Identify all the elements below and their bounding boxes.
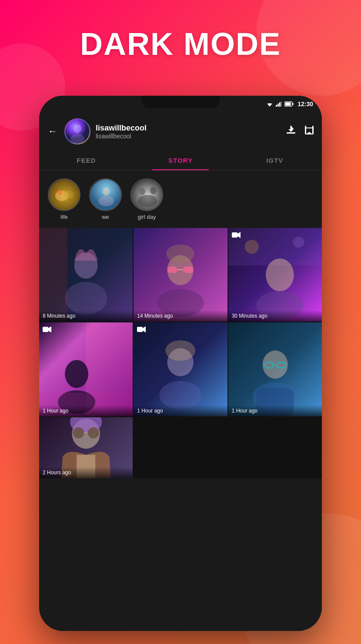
media-image-5 <box>134 322 227 416</box>
svg-rect-7 <box>285 103 291 106</box>
svg-point-29 <box>138 195 157 207</box>
story-item-life[interactable]: life <box>48 178 80 220</box>
time-label-6: 1 Hour ago <box>228 405 322 416</box>
svg-point-65 <box>262 351 287 379</box>
video-camera-svg-3 <box>232 231 241 238</box>
story-image-girl-day <box>131 179 163 211</box>
media-cell-5[interactable]: 1 Hour ago <box>134 322 227 416</box>
media-image-1 <box>39 228 133 322</box>
avatar-inner <box>65 119 90 144</box>
svg-rect-5 <box>281 101 282 107</box>
status-time: 12:30 <box>297 101 313 107</box>
story-label-we: we <box>102 214 109 220</box>
time-label-4: 1 Hour ago <box>39 405 133 416</box>
profile-name: lisawillbecool <box>96 124 280 133</box>
video-camera-svg-5 <box>137 326 146 333</box>
story-image-we <box>90 179 122 211</box>
time-label-7: 2 Hours ago <box>39 467 133 478</box>
story-circle-we <box>89 178 122 211</box>
phone-notch <box>141 96 220 108</box>
status-icons <box>266 101 294 107</box>
story-image-life <box>49 179 80 211</box>
media-cell-2[interactable]: 14 Minutes ago <box>134 228 227 322</box>
media-grid: 8 Minutes ago <box>39 228 322 478</box>
story-circles-row: life <box>39 171 322 228</box>
video-icon-5 <box>137 326 146 335</box>
tab-igtv[interactable]: IGTV <box>227 151 322 170</box>
app-screen: ← <box>39 112 322 631</box>
svg-rect-8 <box>293 103 294 105</box>
svg-rect-47 <box>232 232 237 238</box>
profile-header: ← <box>39 112 322 151</box>
save-svg <box>304 124 315 136</box>
media-cell-7[interactable]: 2 Hours ago <box>39 417 133 478</box>
tab-story[interactable]: STORY <box>134 151 228 170</box>
avatar-image <box>65 119 90 144</box>
svg-point-51 <box>65 360 88 388</box>
svg-point-74 <box>73 427 84 438</box>
svg-point-75 <box>88 427 99 438</box>
media-image-2 <box>134 228 227 322</box>
story-circle-girl-day <box>130 178 163 211</box>
svg-rect-54 <box>43 327 48 332</box>
profile-username: lisawillbecool <box>96 133 280 140</box>
svg-point-27 <box>139 188 145 195</box>
svg-point-32 <box>65 282 107 315</box>
svg-point-46 <box>293 236 304 248</box>
signal-icon <box>276 101 282 107</box>
story-label-girl-day: girl day <box>138 214 156 220</box>
video-camera-svg-4 <box>43 326 51 333</box>
profile-info: lisawillbecool lisawillbecool <box>96 124 280 140</box>
svg-marker-62 <box>143 326 146 332</box>
media-cell-3[interactable]: 30 Minutes ago <box>228 228 322 322</box>
tabs-bar: FEED STORY IGTV <box>39 151 322 171</box>
time-label-3: 30 Minutes ago <box>228 310 322 322</box>
time-label-2: 14 Minutes ago <box>134 310 227 322</box>
time-label-5: 1 Hour ago <box>134 405 227 416</box>
media-image-3 <box>228 228 322 322</box>
phone-frame: 12:30 ← <box>39 96 322 631</box>
back-button[interactable]: ← <box>46 124 59 139</box>
svg-point-25 <box>98 196 114 206</box>
download-svg <box>285 124 297 136</box>
media-cell-4[interactable]: 1 Hour ago <box>39 322 133 416</box>
svg-point-22 <box>57 190 62 195</box>
svg-point-43 <box>266 258 294 291</box>
svg-point-60 <box>166 340 196 361</box>
story-item-we[interactable]: we <box>89 178 122 220</box>
wifi-icon <box>266 101 273 107</box>
svg-point-24 <box>103 188 110 195</box>
save-icon[interactable] <box>304 124 315 138</box>
download-icon[interactable] <box>285 124 297 138</box>
svg-point-39 <box>167 245 195 263</box>
tab-feed[interactable]: FEED <box>39 151 134 170</box>
story-circle-life <box>48 178 80 211</box>
media-cell-6[interactable]: 1 Hour ago <box>228 322 322 416</box>
page-title: DARK MODE <box>0 26 361 62</box>
battery-icon <box>284 101 294 107</box>
svg-point-28 <box>150 187 156 194</box>
video-icon-4 <box>43 326 51 335</box>
svg-rect-33 <box>39 228 67 322</box>
svg-marker-55 <box>48 326 51 332</box>
svg-rect-61 <box>137 327 143 332</box>
svg-point-11 <box>70 134 84 144</box>
svg-rect-3 <box>277 104 279 107</box>
svg-point-21 <box>63 191 74 198</box>
svg-rect-37 <box>183 266 194 273</box>
svg-point-45 <box>244 240 258 254</box>
header-actions <box>285 124 315 138</box>
svg-point-10 <box>74 124 81 133</box>
svg-rect-4 <box>279 102 281 107</box>
story-label-life: life <box>60 214 68 220</box>
story-item-girl-day[interactable]: girl day <box>130 178 163 220</box>
svg-marker-15 <box>288 129 294 132</box>
video-icon-3 <box>232 231 241 241</box>
media-cell-1[interactable]: 8 Minutes ago <box>39 228 133 322</box>
svg-marker-48 <box>237 232 241 238</box>
avatar[interactable] <box>64 118 90 144</box>
media-image-6 <box>228 322 322 416</box>
svg-rect-36 <box>167 266 178 273</box>
time-label-1: 8 Minutes ago <box>39 310 133 322</box>
svg-rect-2 <box>276 105 277 107</box>
